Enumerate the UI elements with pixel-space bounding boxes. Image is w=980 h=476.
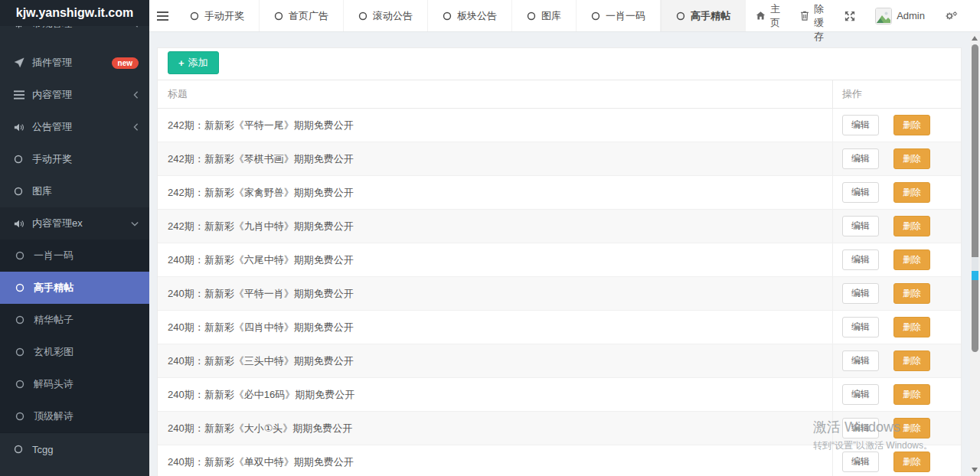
circle-icon [14, 187, 26, 196]
sidebar-item-general-management[interactable]: 常规管理 [0, 26, 149, 40]
edit-button[interactable]: 编辑 [842, 216, 879, 236]
sidebar-item-gallery[interactable]: 图库 [0, 175, 149, 207]
delete-button[interactable]: 删除 [893, 182, 930, 203]
expand-icon [844, 11, 855, 21]
sidebar-subitem-jiema-toushi[interactable]: 解码头诗 [0, 368, 149, 400]
tab-yixiao-yima[interactable]: 一肖一码 [577, 0, 661, 31]
sidebar-item-announcement-management[interactable]: 公告管理 [0, 111, 149, 143]
tab-scroll-notice[interactable]: 滚动公告 [344, 0, 428, 31]
row-title: 242期：新新彩《家禽野兽》期期免费公开 [158, 176, 832, 209]
app-logo: kjw.yanshigw.it.com [0, 0, 149, 26]
tab-gallery[interactable]: 图库 [512, 0, 577, 31]
tab-manual-draw[interactable]: 手动开奖 [175, 0, 260, 31]
tab-gaoshou-jingtie[interactable]: 高手精帖 [661, 0, 746, 31]
main-content: + 添加 标题 操作 242期：新新彩《平特一尾》期期免费公开编辑删除242期：… [149, 32, 970, 476]
row-actions: 编辑删除 [832, 109, 961, 142]
delete-button[interactable]: 删除 [893, 115, 930, 135]
row-title: 240期：新新彩《大小①头》期期免费公开 [158, 412, 832, 445]
tab-board-notice[interactable]: 板块公告 [428, 0, 512, 31]
circle-icon [190, 11, 199, 21]
row-title: 240期：新新彩《必中16码》期期免费公开 [158, 378, 832, 411]
edit-button[interactable]: 编辑 [842, 317, 879, 337]
row-actions: 编辑删除 [832, 378, 961, 411]
tab-label: 手动开奖 [204, 9, 244, 23]
tab-bar: 手动开奖首页广告滚动公告板块公告图库一肖一码高手精帖 [175, 0, 746, 31]
edit-button[interactable]: 编辑 [842, 384, 879, 405]
tab-label: 一肖一码 [606, 9, 645, 23]
delete-button[interactable]: 删除 [893, 418, 930, 439]
table-row: 240期：新新彩《必中16码》期期免费公开编辑删除 [158, 378, 961, 412]
edit-button[interactable]: 编辑 [842, 148, 879, 169]
edit-button[interactable]: 编辑 [842, 350, 879, 371]
menu-toggle-button[interactable] [149, 0, 175, 31]
row-title: 240期：新新彩《单双中特》期期免费公开 [158, 445, 832, 476]
row-actions: 编辑删除 [832, 142, 961, 175]
sidebar-item-plugin-management[interactable]: 插件管理new [0, 47, 149, 79]
clear-cache-button[interactable]: 清除缓存 [790, 0, 835, 31]
delete-button[interactable]: 删除 [893, 283, 930, 304]
add-button[interactable]: + 添加 [168, 51, 219, 74]
circle-icon [15, 347, 28, 357]
sidebar-item-content-management-ex[interactable]: 内容管理ex [0, 207, 149, 240]
edit-button[interactable]: 编辑 [842, 249, 879, 270]
sidebar-subitem-dingji-jieshi[interactable]: 顶级解诗 [0, 400, 149, 432]
row-actions: 编辑删除 [832, 344, 961, 377]
delete-button[interactable]: 删除 [893, 350, 930, 371]
sidebar-item-label: 内容管理ex [32, 217, 131, 230]
row-actions: 编辑删除 [832, 412, 961, 445]
navbar-actions: 主页 清除缓存 Admin [746, 0, 980, 31]
home-button[interactable]: 主页 [746, 0, 790, 31]
row-actions: 编辑删除 [832, 210, 961, 243]
user-menu[interactable]: Admin [865, 0, 935, 31]
sidebar-item-label: 常规管理 [32, 26, 133, 31]
edit-button[interactable]: 编辑 [842, 115, 879, 135]
edit-button[interactable]: 编辑 [842, 182, 879, 203]
scrollbar-thumb[interactable] [972, 44, 978, 352]
sidebar-item-manual-draw[interactable]: 手动开奖 [0, 143, 149, 175]
delete-button[interactable]: 删除 [893, 384, 930, 405]
fullscreen-button[interactable] [835, 0, 865, 31]
avatar [875, 8, 892, 24]
sidebar-item-content-management[interactable]: 内容管理 [0, 79, 149, 111]
row-title: 242期：新新彩《九肖中特》期期免费公开 [158, 210, 832, 243]
scroll-down-arrow-icon[interactable] [972, 468, 978, 472]
table-row: 240期：新新彩《六尾中特》期期免费公开编辑删除 [158, 243, 961, 277]
edit-button[interactable]: 编辑 [842, 418, 879, 439]
sidebar-subitem-jinghua-tiezi[interactable]: 精华帖子 [0, 304, 149, 336]
edit-button[interactable]: 编辑 [842, 452, 879, 472]
circle-icon [443, 11, 452, 21]
sidebar-item-label: Tcgg [32, 444, 139, 455]
delete-button[interactable]: 删除 [893, 317, 930, 337]
sidebar-item-tcgg[interactable]: Tcgg [0, 433, 149, 465]
table-row: 240期：新新彩《三头中特》期期免费公开编辑删除 [158, 344, 961, 378]
row-title: 240期：新新彩《四肖中特》期期免费公开 [158, 311, 832, 344]
sidebar-subitem-gaoshou-jingtie[interactable]: 高手精帖 [0, 272, 149, 304]
sidebar-subitem-yixiao-yima[interactable]: 一肖一码 [0, 240, 149, 272]
speaker-icon [14, 122, 26, 132]
table-row: 240期：新新彩《单双中特》期期免费公开编辑删除 [158, 445, 961, 476]
circle-icon [15, 380, 28, 389]
sidebar: kjw.yanshigw.it.com 常规管理插件管理new内容管理公告管理手… [0, 0, 149, 476]
sidebar-nav: 常规管理插件管理new内容管理公告管理手动开奖图库内容管理ex一肖一码高手精帖精… [0, 26, 149, 476]
settings-button[interactable] [935, 0, 968, 31]
row-title: 240期：新新彩《平特一肖》期期免费公开 [158, 277, 832, 310]
home-icon [756, 11, 766, 21]
vertical-scrollbar[interactable] [970, 32, 980, 476]
row-title: 240期：新新彩《三头中特》期期免费公开 [158, 344, 832, 377]
edit-button[interactable]: 编辑 [842, 283, 879, 304]
scroll-up-arrow-icon[interactable] [972, 36, 978, 41]
table-row: 240期：新新彩《四肖中特》期期免费公开编辑删除 [158, 311, 961, 344]
new-badge: new [112, 57, 139, 69]
speaker-icon [14, 219, 26, 229]
tab-homepage-ad[interactable]: 首页广告 [260, 0, 344, 31]
table-row: 240期：新新彩《平特一肖》期期免费公开编辑删除 [158, 277, 961, 311]
sidebar-subitem-xuanji-caitu[interactable]: 玄机彩图 [0, 336, 149, 368]
delete-button[interactable]: 删除 [893, 249, 930, 270]
table-row: 242期：新新彩《家禽野兽》期期免费公开编辑删除 [158, 176, 961, 210]
sidebar-subitem-label: 顶级解诗 [34, 409, 74, 423]
delete-button[interactable]: 删除 [893, 148, 930, 169]
delete-button[interactable]: 删除 [893, 452, 930, 472]
scrollbar-gap [972, 257, 978, 271]
circle-icon [274, 11, 283, 21]
delete-button[interactable]: 删除 [893, 216, 930, 236]
